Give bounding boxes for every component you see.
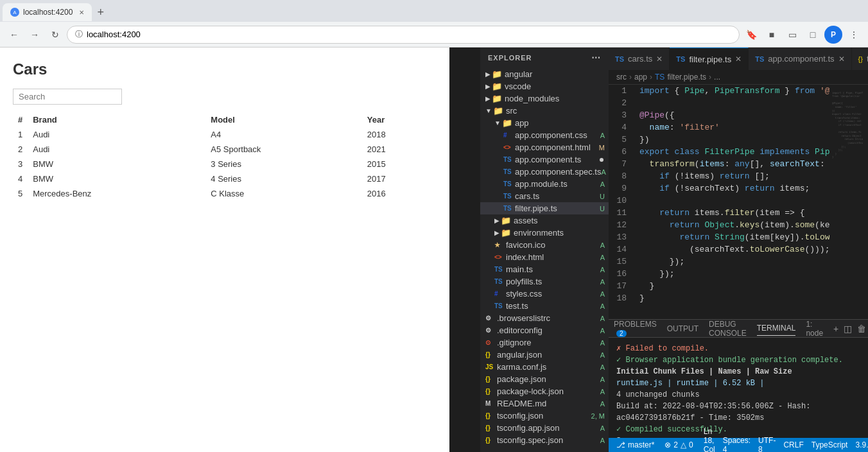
terminal-tab-node[interactable]: 1: node xyxy=(806,317,823,340)
terminal-tab-problems[interactable]: PROBLEMS 2 xyxy=(614,317,657,340)
code-editor[interactable]: 1 2 3 4 5 6 7 8 9 10 11 12 13 14 15 16 1… xyxy=(609,85,829,319)
tree-item-app-component-css[interactable]: #app.component.cssA xyxy=(480,129,609,141)
browser-tab[interactable]: A localhost:4200 ✕ xyxy=(3,3,92,21)
code-content[interactable]: import { Pipe, PipeTransform } from '@an… xyxy=(634,85,829,319)
back-button[interactable]: ← xyxy=(5,26,23,44)
tree-item-app-module-ts[interactable]: TSapp.module.tsA xyxy=(480,178,609,190)
menu-button[interactable]: ⋮ xyxy=(845,26,863,44)
tab-cars-ts[interactable]: TS cars.ts ✕ xyxy=(609,48,670,70)
tree-item-main-ts[interactable]: TSmain.tsA xyxy=(480,263,609,275)
editor-tabs-bar: TS cars.ts ✕ TS filter.pipe.ts ✕ TS app.… xyxy=(609,48,868,70)
address-bar[interactable]: ⓘ localhost:4200 xyxy=(67,26,740,44)
search-input[interactable] xyxy=(13,89,122,105)
status-encoding[interactable]: UTF-8 xyxy=(756,427,778,452)
tab-title: localhost:4200 xyxy=(23,8,73,17)
tree-item-app[interactable]: ▼📁app xyxy=(480,117,609,129)
cast-button[interactable]: ▭ xyxy=(783,26,801,44)
address-input[interactable]: localhost:4200 xyxy=(87,30,731,39)
tree-item-tsconfig-json[interactable]: {}tsconfig.json2, M xyxy=(480,410,609,422)
file-name: package-lock.json xyxy=(497,387,564,396)
extensions-button[interactable]: ■ xyxy=(763,26,781,44)
tree-item-package-lock-json[interactable]: {}package-lock.jsonA xyxy=(480,385,609,397)
terminal-tab-output[interactable]: OUTPUT xyxy=(667,322,699,336)
tree-item-polyfills-ts[interactable]: TSpolyfills.tsA xyxy=(480,275,609,288)
tree-item-cars-ts[interactable]: TScars.tsU xyxy=(480,190,609,202)
tree-item--editorconfig[interactable]: ⚙.editorconfigA xyxy=(480,324,609,336)
file-tree: ▶📁angular▶📁vscode▶📁node_modules▼📁src▼📁ap… xyxy=(480,68,609,446)
tab-cars-ts-close[interactable]: ✕ xyxy=(656,55,663,64)
breadcrumb-file: filter.pipe.ts xyxy=(667,73,706,82)
terminal-actions: + ◫ 🗑 ⌃ ✕ xyxy=(833,324,868,334)
tree-item-filter-pipe-ts[interactable]: TSfilter.pipe.tsU xyxy=(480,202,609,214)
tab-app-component-ts[interactable]: TS app.component.ts ✕ xyxy=(749,48,851,70)
tab-settings-button[interactable]: □ xyxy=(804,26,822,44)
tab-app-component-ts-close[interactable]: ✕ xyxy=(838,55,845,64)
tree-item-package-json[interactable]: {}package.jsonA xyxy=(480,373,609,385)
tree-item-vscode[interactable]: ▶📁vscode xyxy=(480,80,609,92)
file-name: app.component.html xyxy=(515,143,591,152)
tree-item-styles-css[interactable]: #styles.cssA xyxy=(480,288,609,300)
breadcrumb-src: src xyxy=(616,73,627,82)
tree-item-tsconfig-app-json[interactable]: {}tsconfig.app.jsonA xyxy=(480,422,609,434)
file-name: cars.ts xyxy=(515,191,539,201)
status-line-col[interactable]: Ln 18, Col 1 xyxy=(701,427,718,452)
file-name: tsconfig.json xyxy=(497,411,543,421)
explorer-more-icon[interactable]: ⋯ xyxy=(591,53,601,63)
breadcrumb-sep3: › xyxy=(709,73,711,82)
file-name: tsconfig.app.json xyxy=(497,423,560,433)
tree-item-angular-json[interactable]: {}angular.jsonA xyxy=(480,349,609,361)
tab-close-button[interactable]: ✕ xyxy=(79,9,84,16)
tree-item-app-component-ts[interactable]: TSapp.component.ts xyxy=(480,153,609,166)
bookmark-button[interactable]: 🔖 xyxy=(742,26,760,44)
tree-item-index-html[interactable]: <>index.htmlA xyxy=(480,251,609,263)
status-branch[interactable]: ⎇ master* xyxy=(614,440,657,449)
tree-item-environments[interactable]: ▶📁environments xyxy=(480,227,609,239)
tree-item-node-modules[interactable]: ▶📁node_modules xyxy=(480,92,609,105)
terminal-tab-terminal[interactable]: TERMINAL xyxy=(757,321,796,336)
tree-item-assets[interactable]: ▶📁assets xyxy=(480,214,609,227)
tree-item-favicon-ico[interactable]: ★favicon.icoA xyxy=(480,239,609,251)
tree-item-angular[interactable]: ▶📁angular xyxy=(480,68,609,80)
breadcrumb-app: app xyxy=(634,73,647,82)
terminal-line: ✓ Browser application bundle generation … xyxy=(616,354,860,366)
tab-filter-pipe-ts-label: filter.pipe.ts xyxy=(689,55,731,64)
file-name: polyfills.ts xyxy=(506,277,542,286)
tree-item-test-ts[interactable]: TStest.tsA xyxy=(480,300,609,312)
status-language[interactable]: TypeScript xyxy=(809,427,851,452)
tree-item-README-md[interactable]: MREADME.mdA xyxy=(480,397,609,410)
file-name: .editorconfig xyxy=(497,326,542,335)
tab-tsconfig-json[interactable]: {} tsconfig.json ✕ xyxy=(852,48,868,70)
folder-arrow: ▶ xyxy=(485,83,490,90)
tree-item-app-component-html[interactable]: <>app.component.htmlM xyxy=(480,141,609,153)
tree-item-tsconfig-spec-json[interactable]: {}tsconfig.spec.jsonA xyxy=(480,434,609,446)
errors-icon: ⊗ xyxy=(664,440,671,449)
terminal-trash-icon[interactable]: 🗑 xyxy=(857,324,866,334)
file-name: test.ts xyxy=(506,301,528,311)
terminal-add-icon[interactable]: + xyxy=(833,324,838,334)
spaces-text: Spaces: 4 xyxy=(723,436,751,452)
tree-item-karma-conf-js[interactable]: JSkarma.conf.jsA xyxy=(480,361,609,373)
status-line-ending[interactable]: CRLF xyxy=(781,427,806,452)
new-tab-button[interactable]: + xyxy=(97,6,104,19)
line-numbers: 1 2 3 4 5 6 7 8 9 10 11 12 13 14 15 16 1… xyxy=(609,85,634,319)
status-version[interactable]: 3.9.7 xyxy=(853,427,868,452)
tree-item-src[interactable]: ▼📁src xyxy=(480,105,609,117)
tree-item--gitignore[interactable]: ⊙.gitignoreA xyxy=(480,336,609,349)
terminal-split-icon[interactable]: ◫ xyxy=(844,324,852,334)
status-spaces[interactable]: Spaces: 4 xyxy=(720,427,753,452)
reload-button[interactable]: ↻ xyxy=(46,26,64,44)
profile-button[interactable]: P xyxy=(824,26,842,44)
folder-name: assets xyxy=(514,216,538,225)
status-errors[interactable]: ⊗ 2 △ 0 xyxy=(662,440,695,449)
tree-item-app-component-spec-ts[interactable]: TSapp.component.spec.tsA xyxy=(480,166,609,178)
tree-item--browserslistrc[interactable]: ⚙.browserslistrcA xyxy=(480,312,609,324)
tab-filter-pipe-ts-close[interactable]: ✕ xyxy=(735,55,742,64)
terminal-tab-debug-console[interactable]: DEBUG CONSOLE xyxy=(709,317,747,340)
tab-app-component-ts-icon: TS xyxy=(755,55,764,63)
terminal-line: Build at: 2022-08-04T02:35:56.006Z - Has… xyxy=(616,401,860,424)
minimap: import { Pipe, PipeT from '@angular/cor … xyxy=(829,85,868,319)
col-header-model: Model xyxy=(205,112,361,127)
forward-button[interactable]: → xyxy=(26,26,44,44)
vscode-editor: ⚙ 1 EXPLORER ⋯ ▶📁angular▶📁vscode▶📁node_m… xyxy=(449,48,868,452)
tab-filter-pipe-ts[interactable]: TS filter.pipe.ts ✕ xyxy=(670,48,749,70)
